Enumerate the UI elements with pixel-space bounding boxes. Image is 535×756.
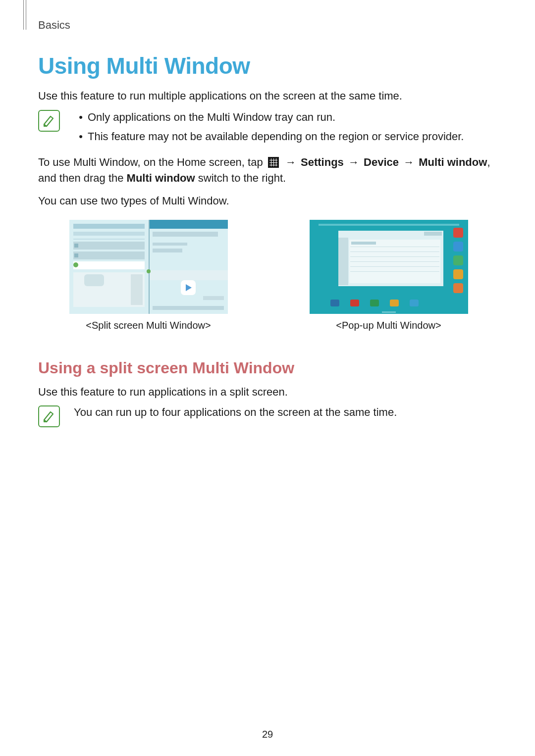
bullet-dot: • xyxy=(74,109,88,125)
split-screen-illustration xyxy=(69,220,228,314)
bullet-dot: • xyxy=(74,128,88,145)
apps-grid-icon xyxy=(268,157,279,168)
note1-item-2: • This feature may not be available depe… xyxy=(74,128,499,145)
arrow-icon: → xyxy=(403,156,414,168)
path-settings: Settings xyxy=(301,156,344,168)
instr-pre: To use Multi Window, on the Home screen,… xyxy=(38,156,266,168)
caption-popup: <Pop-up Multi Window> xyxy=(278,320,499,331)
arrow-icon: → xyxy=(348,156,359,168)
note-pencil-icon xyxy=(38,110,60,132)
arrow-icon: → xyxy=(285,156,296,168)
instr-post: switch to the right. xyxy=(195,172,286,184)
page-tab-marker xyxy=(23,0,26,30)
note-pencil-icon xyxy=(38,405,60,427)
page-title: Using Multi Window xyxy=(38,52,499,79)
note1-text-1: Only applications on the Multi Window tr… xyxy=(88,109,335,125)
figure-popup: <Pop-up Multi Window> xyxy=(278,220,499,331)
sub-intro-text: Use this feature to run applications in … xyxy=(38,384,499,400)
intro-text: Use this feature to run multiple applica… xyxy=(38,88,499,104)
figure-split: <Split screen Multi Window> xyxy=(38,220,259,331)
types-text: You can use two types of Multi Window. xyxy=(38,193,499,209)
note-block-1: • Only applications on the Multi Window … xyxy=(38,109,499,148)
caption-split: <Split screen Multi Window> xyxy=(38,320,259,331)
note1-text-2: This feature may not be available depend… xyxy=(88,128,464,145)
page-number: 29 xyxy=(0,729,535,740)
note2-text: You can run up to four applications on t… xyxy=(74,404,499,420)
path-multiwindow: Multi window xyxy=(419,156,487,168)
note1-item-1: • Only applications on the Multi Window … xyxy=(74,109,499,125)
note-block-2: You can run up to four applications on t… xyxy=(38,404,499,427)
section-header: Basics xyxy=(38,19,70,32)
instr-switch-name: Multi window xyxy=(127,172,195,184)
subsection-title: Using a split screen Multi Window xyxy=(38,359,499,377)
popup-illustration xyxy=(310,220,468,314)
instruction-text: To use Multi Window, on the Home screen,… xyxy=(38,154,499,186)
path-device: Device xyxy=(364,156,399,168)
page-content: Using Multi Window Use this feature to r… xyxy=(38,52,499,434)
figure-row: <Split screen Multi Window> xyxy=(38,220,499,331)
